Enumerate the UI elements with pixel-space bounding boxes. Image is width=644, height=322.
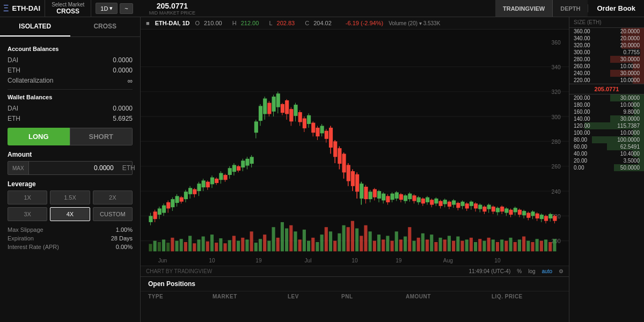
svg-rect-226 — [382, 194, 385, 201]
max-button[interactable]: MAX — [8, 162, 29, 174]
chart-info-bar: ■ ETH-DAI, 1D O210.00 H212.00 L202.83 C2… — [141, 17, 569, 30]
svg-text:340: 340 — [552, 64, 561, 71]
svg-rect-278 — [496, 208, 500, 212]
ob-ask-row: 220.00 10.0000 — [569, 77, 644, 84]
col-type: TYPE — [148, 294, 213, 299]
leverage-15x-button[interactable]: 1.5X — [50, 191, 90, 204]
leverage-1x-button[interactable]: 1X — [8, 191, 47, 204]
svg-rect-154 — [223, 175, 227, 180]
chart-settings-icon[interactable]: ⚙ — [559, 268, 564, 274]
account-balances-title: Account Balances — [8, 46, 133, 52]
tradingview-button[interactable]: TRADINGVIEW — [495, 0, 553, 17]
svg-rect-98 — [465, 239, 469, 251]
svg-rect-264 — [465, 203, 469, 208]
chart-pair: ETH-DAI, 1D — [155, 20, 190, 26]
tab-isolated[interactable]: ISOLATED — [0, 17, 70, 36]
ob-bid-row: 140.00 30.0000 — [569, 115, 644, 122]
svg-text:280: 280 — [552, 138, 561, 145]
amount-input[interactable] — [29, 162, 118, 174]
svg-rect-216 — [360, 184, 363, 199]
leverage-4x-button[interactable]: 4X — [50, 207, 90, 221]
svg-rect-126 — [162, 206, 166, 213]
ob-ask-row: 300.00 0.7755 — [569, 49, 644, 56]
svg-rect-29 — [162, 239, 165, 251]
svg-rect-276 — [492, 207, 495, 211]
svg-rect-86 — [412, 241, 415, 252]
ob-asks: 360.00 20.0000 340.00 20.0000 320.00 20.… — [569, 28, 644, 84]
svg-rect-178 — [276, 93, 280, 107]
svg-rect-218 — [364, 187, 368, 199]
tab-cross[interactable]: CROSS — [70, 17, 141, 36]
ob-ask-row: 320.00 20.0000 — [569, 42, 644, 49]
svg-rect-64 — [316, 242, 319, 251]
svg-rect-112 — [526, 241, 530, 252]
svg-rect-238 — [408, 194, 412, 199]
svg-rect-107 — [504, 241, 508, 252]
col-market: MARKET — [213, 294, 288, 299]
svg-rect-166 — [250, 157, 254, 164]
svg-rect-33 — [180, 239, 183, 251]
svg-rect-140 — [193, 189, 196, 194]
leverage-2x-button[interactable]: 2X — [93, 191, 133, 204]
svg-rect-256 — [448, 202, 451, 207]
svg-rect-190 — [303, 119, 306, 129]
svg-rect-260 — [456, 203, 460, 208]
low-label: L202.83 — [269, 20, 299, 26]
svg-text:240: 240 — [552, 188, 561, 195]
chart-type-button[interactable]: ~ — [120, 3, 133, 14]
wallet-dai-row: DAI 0.0000 — [8, 105, 133, 112]
top-bar: Ξ ETH-DAI Select Market CROSS 1D ▾ ~ 205… — [0, 0, 644, 17]
leverage-custom-button[interactable]: CUSTOM — [93, 207, 133, 221]
select-market-button[interactable]: Select Market CROSS — [45, 0, 91, 17]
cross-label: CROSS — [56, 8, 79, 15]
svg-rect-108 — [509, 238, 512, 251]
ob-bid-row: 80.00 100.0000 — [569, 136, 644, 143]
ob-bid-row: 160.00 9.8000 — [569, 108, 644, 115]
svg-rect-158 — [232, 165, 236, 172]
depth-button[interactable]: DEPTH — [553, 0, 588, 17]
svg-rect-252 — [439, 201, 443, 206]
chart-auto-button[interactable]: auto — [542, 268, 552, 274]
svg-rect-230 — [391, 194, 394, 200]
svg-rect-76 — [369, 231, 372, 251]
long-button[interactable]: LONG — [8, 128, 70, 145]
svg-rect-114 — [536, 239, 539, 251]
short-button[interactable]: SHORT — [70, 128, 133, 145]
chart-log-button[interactable]: log — [528, 268, 535, 274]
svg-rect-304 — [553, 216, 557, 221]
wallet-eth-value: 5.6925 — [113, 115, 133, 122]
low-value: 202.83 — [277, 20, 295, 26]
wallet-balances-title: Wallet Balances — [8, 94, 133, 100]
svg-text:300: 300 — [552, 113, 561, 120]
col-pnl: PNL — [341, 294, 406, 299]
max-slippage-row: Max Slippage 1.00% — [8, 226, 133, 233]
svg-text:Jul: Jul — [305, 257, 312, 264]
svg-rect-30 — [166, 243, 170, 251]
svg-rect-40 — [210, 235, 214, 251]
svg-rect-81 — [391, 241, 394, 252]
svg-rect-116 — [544, 239, 547, 251]
expiration-row: Expiration 28 Days — [8, 235, 133, 241]
svg-rect-27 — [153, 241, 157, 252]
ob-bid-row: 20.00 3.5000 — [569, 157, 644, 164]
svg-rect-148 — [210, 178, 214, 185]
svg-rect-73 — [355, 229, 358, 252]
ob-header: SIZE (ETH) — [569, 17, 644, 28]
chart-footer: CHART BY TRADINGVIEW 11:49:04 (UTC-4) % … — [141, 266, 569, 276]
svg-rect-52 — [263, 235, 266, 251]
svg-rect-79 — [382, 239, 385, 251]
svg-rect-122 — [153, 211, 157, 219]
main-area: ISOLATED CROSS Account Balances DAI 0.00… — [0, 17, 644, 322]
svg-rect-78 — [377, 235, 380, 251]
svg-rect-74 — [360, 236, 363, 251]
timeframe-button[interactable]: 1D ▾ — [96, 3, 118, 14]
svg-rect-53 — [267, 241, 270, 252]
leverage-3x-button[interactable]: 3X — [8, 207, 47, 221]
svg-rect-71 — [347, 227, 350, 251]
svg-rect-208 — [342, 154, 346, 173]
svg-rect-240 — [412, 195, 416, 201]
open-label: O210.00 — [195, 20, 226, 26]
svg-rect-124 — [158, 208, 162, 215]
dai-balance-row: DAI 0.0000 — [8, 56, 133, 64]
chart-pct-button[interactable]: % — [517, 268, 522, 274]
